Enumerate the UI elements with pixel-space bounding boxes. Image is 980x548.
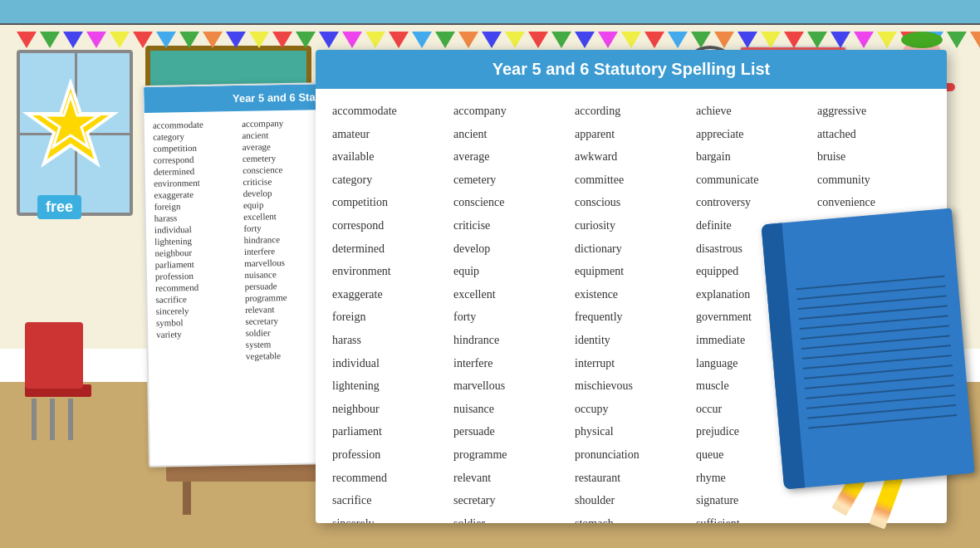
word-foreign: foreign [332, 307, 445, 327]
word-occupy: occupy [575, 399, 688, 419]
word-pronunciation: pronunciation [575, 445, 688, 465]
word-conscience: conscience [453, 193, 566, 213]
word-ancient: ancient [453, 125, 566, 144]
word-average: average [453, 147, 566, 167]
word-column-1: accommodateamateuravailablecategorycompe… [332, 101, 445, 523]
word-apparent: apparent [575, 125, 688, 144]
word-available: available [332, 147, 445, 167]
word-sufficient: sufficient [696, 514, 809, 523]
word-accompany: accompany [453, 101, 566, 121]
word-awkward: awkward [575, 147, 688, 167]
blue-notebook [761, 208, 974, 490]
word-attached: attached [817, 125, 930, 144]
word-exaggerate: exaggerate [332, 285, 445, 305]
word-achieve: achieve [696, 101, 809, 121]
word-bruise: bruise [817, 147, 930, 167]
word-mischievous: mischievous [575, 376, 688, 396]
word-correspond: correspond [332, 216, 445, 236]
word-environment: environment [332, 262, 445, 281]
word-identity: identity [575, 330, 688, 350]
word-communicate: communicate [696, 170, 809, 190]
bunting [0, 23, 980, 48]
word-interfere: interfere [453, 354, 566, 374]
svg-point-10 [901, 32, 943, 48]
word-existence: existence [575, 285, 688, 305]
word-criticise: criticise [453, 216, 566, 236]
word-interrupt: interrupt [575, 354, 688, 374]
back-col-1: accommodate category competition corresp… [151, 118, 243, 364]
word-according: according [575, 101, 688, 121]
word-conscious: conscious [575, 193, 688, 213]
word-column-3: accordingapparentawkwardcommitteeconscio… [575, 101, 688, 523]
word-individual: individual [332, 354, 445, 374]
notebook-lines [796, 276, 957, 429]
main-title: Year 5 and 6 Statutory Spelling List [492, 60, 771, 78]
word-programme: programme [453, 445, 566, 465]
word-signature: signature [696, 491, 809, 511]
word-sincerely: sincerely [332, 514, 445, 523]
word-restaurant: restaurant [575, 468, 688, 488]
word-develop: develop [453, 239, 566, 259]
word-sacrifice: sacrifice [332, 491, 445, 511]
word-equipment: equipment [575, 262, 688, 281]
word-secretary: secretary [453, 491, 566, 511]
word-convenience: convenience [817, 193, 930, 213]
word-curiosity: curiosity [575, 216, 688, 236]
word-bargain: bargain [696, 147, 809, 167]
word-category: category [332, 170, 445, 190]
word-soldier: soldier [453, 514, 566, 523]
word-profession: profession [332, 445, 445, 465]
word-equip: equip [453, 262, 566, 281]
word-column-2: accompanyancientaveragecemeteryconscienc… [453, 101, 566, 523]
main-card-header: Year 5 and 6 Statutory Spelling List [316, 50, 947, 89]
word-relevant: relevant [453, 468, 566, 488]
word-parliament: parliament [332, 422, 445, 442]
free-badge: free [37, 195, 81, 219]
word-appreciate: appreciate [696, 125, 809, 144]
word-dictionary: dictionary [575, 239, 688, 259]
word-nuisance: nuisance [453, 399, 566, 419]
word-accommodate: accommodate [332, 101, 445, 121]
word-committee: committee [575, 170, 688, 190]
word-community: community [817, 170, 930, 190]
word-harass: harass [332, 330, 445, 350]
ceiling [0, 0, 980, 25]
word-controversy: controversy [696, 193, 809, 213]
word-neighbour: neighbour [332, 399, 445, 419]
word-frequently: frequently [575, 307, 688, 327]
word-physical: physical [575, 422, 688, 442]
word-lightening: lightening [332, 376, 445, 396]
word-amateur: amateur [332, 125, 445, 144]
word-aggressive: aggressive [817, 101, 930, 121]
word-excellent: excellent [453, 285, 566, 305]
word-marvellous: marvellous [453, 376, 566, 396]
word-cemetery: cemetery [453, 170, 566, 190]
word-competition: competition [332, 193, 445, 213]
word-hindrance: hindrance [453, 330, 566, 350]
word-persuade: persuade [453, 422, 566, 442]
word-determined: determined [332, 239, 445, 259]
word-forty: forty [453, 307, 566, 327]
word-recommend: recommend [332, 468, 445, 488]
word-shoulder: shoulder [575, 491, 688, 511]
star-badge [21, 79, 120, 179]
word-stomach: stomach [575, 514, 688, 523]
chair [25, 322, 91, 440]
